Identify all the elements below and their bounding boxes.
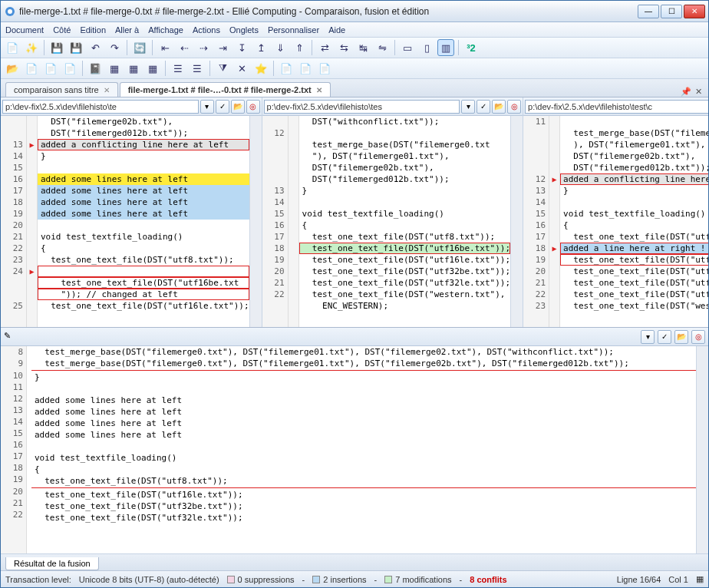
tab-merge-label: file-merge-1.txt # file-…-0.txt # file-m… [128,85,312,94]
pane-left: ▾ ✓ 📂 ◎ 13141516171819202122232425 ▶▶ DS… [1,97,262,327]
menu-personnaliser[interactable]: Personnaliser [268,25,319,35]
path-input-left[interactable] [2,100,199,114]
swatch-suppressions-icon [227,576,235,583]
layer3-icon[interactable]: ▦ [144,60,161,77]
nav4-icon[interactable]: ⇥ [214,39,231,56]
wand-icon[interactable]: ✨ [23,39,40,56]
undo-icon[interactable]: ↶ [87,39,104,56]
saveall-icon[interactable]: 💾 [68,39,84,56]
docb-icon[interactable]: 📄 [297,60,314,77]
toolbar-main: 📄 ✨ 💾 💾 ↶ ↷ 🔄 ⇤ ⇠ ⇢ ⇥ ↧ ↥ ⇓ ⇑ ⇄ ⇆ ↹ ⇋ ▭ … [1,38,708,58]
doca-icon[interactable]: 📄 [278,60,295,77]
status-suppressions: 0 suppressions [238,575,295,584]
refresh-icon[interactable]: 🔄 [131,39,148,56]
status-encoding: Unicode 8 bits (UTF-8) (auto-détecté) [79,575,219,584]
menu-aide[interactable]: Aide [328,25,345,35]
result-pane: 8910111213141516171819202122 test_merge_… [1,346,708,553]
nav3-icon[interactable]: ⇢ [195,39,212,56]
path-input-center[interactable] [264,100,460,114]
menu-edition[interactable]: Edition [80,25,106,35]
tab-close-icon[interactable]: ✕ [316,86,322,94]
toolbar-secondary: 📂 📄 📄 📄 📓 ▦ ▦ ▦ ☰ ☰ ⧩ ✕ ⭐ 📄 📄 📄 [1,58,708,79]
target-icon[interactable]: ◎ [507,100,521,114]
docc-icon[interactable]: 📄 [316,60,333,77]
dropdown-icon[interactable]: ▾ [461,100,475,114]
clear-icon[interactable]: ✕ [233,60,250,77]
split2-icon[interactable]: ▯ [418,39,435,56]
merge4-icon[interactable]: ⇋ [374,39,391,56]
nav1-icon[interactable]: ⇤ [157,39,173,56]
folder-icon[interactable]: 📂 [674,330,688,344]
result-tabstrip: Résultat de la fusion [1,553,708,570]
tabs-close-icon[interactable]: ✕ [693,86,704,97]
scrollbar[interactable] [249,116,262,327]
status-conflicts: 8 conflits [470,575,506,584]
layer1-icon[interactable]: ▦ [106,60,123,77]
menu-document[interactable]: Document [5,25,44,35]
path-input-right[interactable] [525,100,709,114]
doc3-icon[interactable]: 📄 [61,60,78,77]
titlebar: file-merge-1.txt # file-merge-0.txt # fi… [1,1,708,22]
star-folder-icon[interactable]: ⭐ [252,60,269,77]
list2-icon[interactable]: ☰ [189,60,206,77]
nav6-icon[interactable]: ↥ [252,39,269,56]
target-icon[interactable]: ◎ [691,330,705,344]
status-insertions: 2 insertions [323,575,366,584]
open-folder-icon[interactable]: 📂 [4,60,21,77]
nav2-icon[interactable]: ⇠ [176,39,193,56]
menu-allera[interactable]: Aller à [115,25,139,35]
redo-icon[interactable]: ↷ [106,39,123,56]
scrollbar[interactable] [696,346,708,553]
edit-icon[interactable]: ✎ [4,331,16,343]
menu-onglets[interactable]: Onglets [229,25,259,35]
status-extra-icon[interactable]: ▦ [696,574,704,584]
merge3-icon[interactable]: ↹ [354,39,371,56]
pane-center: ▾ ✓ 📂 ◎ 1213141516171819202122 DST("with… [262,97,524,327]
merge1-icon[interactable]: ⇄ [316,39,333,56]
menu-actions[interactable]: Actions [193,25,220,35]
tab-close-icon[interactable]: ✕ [104,86,110,94]
status-transaction: Transaction level: [5,575,71,584]
pin-icon[interactable]: 📌 [681,86,691,97]
doc2-icon[interactable]: 📄 [42,60,59,77]
dropdown-icon[interactable]: ▾ [200,100,214,114]
filter-icon[interactable]: ⧩ [214,60,231,77]
menu-affichage[interactable]: Affichage [148,25,183,35]
swatch-insertions-icon [312,576,320,583]
status-col: Col 1 [668,575,688,584]
result-tab[interactable]: Résultat de la fusion [5,557,99,570]
layer2-icon[interactable]: ▦ [125,60,142,77]
list1-icon[interactable]: ☰ [170,60,186,77]
status-line: Ligne 16/64 [617,575,661,584]
logo-icon[interactable]: ³2 [463,39,480,56]
close-button[interactable]: ✕ [684,5,705,18]
new-icon[interactable]: 📄 [4,39,21,56]
maximize-button[interactable]: ☐ [661,5,682,18]
swatch-modifications-icon [384,576,392,583]
merge2-icon[interactable]: ⇆ [335,39,352,56]
folder-icon[interactable]: 📂 [492,100,506,114]
check-icon[interactable]: ✓ [216,100,229,114]
dropdown-icon[interactable]: ▾ [641,330,655,344]
nav5-icon[interactable]: ↧ [233,39,250,56]
doc1-icon[interactable]: 📄 [23,60,40,77]
split3-icon[interactable]: ▥ [437,39,454,56]
statusbar: Transaction level: Unicode 8 bits (UTF-8… [1,570,708,587]
check-icon[interactable]: ✓ [658,330,671,344]
tab-merge[interactable]: file-merge-1.txt # file-…-0.txt # file-m… [120,82,331,97]
save-icon[interactable]: 💾 [48,39,65,56]
book-icon[interactable]: 📓 [87,60,104,77]
split1-icon[interactable]: ▭ [399,39,416,56]
nav7-icon[interactable]: ⇓ [272,39,289,56]
result-header: ✎ ▾ ✓ 📂 ◎ [1,328,708,346]
scrollbar[interactable] [510,116,523,327]
compare-panes: ▾ ✓ 📂 ◎ 13141516171819202122232425 ▶▶ DS… [1,97,708,328]
tab-untitled-label: comparaison sans titre [14,85,99,94]
nav8-icon[interactable]: ⇑ [291,39,308,56]
target-icon[interactable]: ◎ [246,100,260,114]
check-icon[interactable]: ✓ [477,100,490,114]
minimize-button[interactable]: — [638,5,659,18]
tab-untitled[interactable]: comparaison sans titre ✕ [5,82,118,97]
folder-icon[interactable]: 📂 [231,100,245,114]
menu-cote[interactable]: Côté [53,25,71,35]
